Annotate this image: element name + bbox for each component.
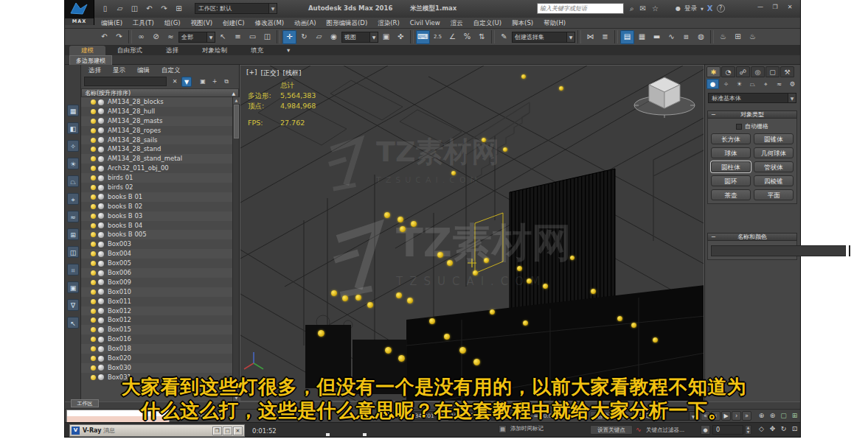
light-bulb-icon[interactable] <box>91 119 96 124</box>
helpers-icon[interactable]: ⌖ <box>760 79 772 89</box>
geometry-sphere-icon[interactable] <box>98 346 104 352</box>
menu-item[interactable]: 自定义(U) <box>468 18 507 28</box>
geometry-sphere-icon[interactable] <box>98 156 104 162</box>
menu-item[interactable]: 动画(A) <box>289 18 321 28</box>
tab-display-icon[interactable]: ▢ <box>765 66 780 77</box>
primitive-button-四棱锥[interactable]: 四棱锥 <box>754 175 794 186</box>
frame-spinner[interactable]: ▲▼ <box>745 425 751 435</box>
explorer-display-geometry-icon[interactable]: ◧ <box>67 122 79 134</box>
tab-create-icon[interactable]: ✱ <box>706 66 721 77</box>
vray-restore-button[interactable]: ❐ <box>212 427 222 435</box>
light-bulb-icon[interactable] <box>91 204 96 209</box>
viewport-menu-pov[interactable]: [正交] <box>261 69 280 78</box>
explorer-select-icon[interactable]: ↖ <box>67 317 79 329</box>
explorer-menu-自定义[interactable]: 自定义 <box>156 65 187 75</box>
minimize-button[interactable]: — <box>754 2 766 13</box>
rendered-frame-icon[interactable]: ⊞ <box>731 30 745 44</box>
geometry-sphere-icon[interactable] <box>98 308 104 314</box>
render-setup-icon[interactable]: ♨ <box>716 30 730 44</box>
photometric-light-icon[interactable] <box>429 318 435 324</box>
primitive-button-圆锥体[interactable]: 圆锥体 <box>754 133 794 144</box>
favorites-icon[interactable]: ☆ <box>652 4 659 13</box>
photometric-light-icon[interactable] <box>570 256 574 260</box>
menu-item[interactable]: 编辑(E) <box>96 18 128 28</box>
menu-item[interactable]: 脚本(S) <box>507 18 538 28</box>
geometry-sphere-icon[interactable] <box>98 175 104 181</box>
geometry-sphere-icon[interactable] <box>98 261 104 267</box>
menu-item[interactable]: Civil View <box>405 18 445 28</box>
tab-motion-icon[interactable]: ◎ <box>751 66 765 77</box>
explorer-display-spacewarps-icon[interactable]: ≈ <box>67 211 79 222</box>
explorer-display-groups-icon[interactable]: ⊞ <box>67 228 79 240</box>
autogrid-checkbox[interactable] <box>736 124 742 130</box>
explorer-display-lights-icon[interactable]: ☀ <box>67 158 79 169</box>
selection-filter-dropdown[interactable]: 全部▼ <box>178 32 215 43</box>
geometry-sphere-icon[interactable] <box>98 203 104 209</box>
light-bulb-icon[interactable] <box>91 299 96 304</box>
edit-selection-sets-icon[interactable]: ✎ <box>497 30 511 44</box>
shapes-icon[interactable]: ✧ <box>720 79 732 89</box>
photometric-light-icon[interactable] <box>473 359 480 365</box>
list-item[interactable]: AM134_28_hull <box>81 107 233 116</box>
lock-explorer-icon[interactable]: ▣ <box>198 77 208 87</box>
photometric-light-icon[interactable] <box>447 260 453 266</box>
photometric-light-icon[interactable] <box>318 330 324 337</box>
exchange-store-icon[interactable]: X <box>707 4 713 13</box>
geometry-sphere-icon[interactable] <box>98 99 104 105</box>
geometry-sphere-icon[interactable] <box>98 327 104 333</box>
light-bulb-icon[interactable] <box>91 346 96 351</box>
photometric-light-icon[interactable] <box>591 289 596 294</box>
primitive-category-dropdown[interactable]: 标准基本体 ▼ <box>708 93 796 103</box>
list-item[interactable]: birds 02 <box>81 183 233 192</box>
angle-snap-icon[interactable]: ∠ <box>445 30 459 44</box>
redo-icon[interactable]: ↷ <box>112 30 126 44</box>
sync-selection-icon[interactable]: ⧉ <box>221 77 232 87</box>
ribbon-tab-自由形式[interactable]: 自由形式 <box>105 46 154 55</box>
photometric-light-icon[interactable] <box>527 278 532 284</box>
list-item[interactable]: books B 04 <box>81 221 233 231</box>
explorer-menu-编辑[interactable]: 编辑 <box>131 65 156 75</box>
geometry-sphere-icon[interactable] <box>98 108 104 114</box>
light-bulb-icon[interactable] <box>91 261 96 266</box>
list-item[interactable]: books B 01 <box>81 192 233 202</box>
select-rotate-icon[interactable]: ↻ <box>297 30 311 44</box>
ribbon-toggle-icon[interactable]: ▬ <box>650 30 664 44</box>
geometry-sphere-icon[interactable] <box>98 298 104 304</box>
open-file-icon[interactable]: ▱ <box>114 2 126 15</box>
list-item[interactable]: Arch32_011_obj_00 <box>81 164 233 173</box>
object-name-field[interactable] <box>711 245 846 256</box>
spinner-snap-icon[interactable]: ⇅ <box>475 30 489 44</box>
photometric-light-icon[interactable] <box>400 226 406 232</box>
percent-snap-icon[interactable]: % <box>460 30 474 44</box>
project-folder-icon[interactable]: ⊞ <box>173 2 185 15</box>
light-bulb-icon[interactable] <box>91 232 96 237</box>
list-item[interactable]: books B 005 <box>81 230 233 239</box>
list-item[interactable]: Box020 <box>81 354 233 363</box>
photometric-light-icon[interactable] <box>484 258 489 263</box>
restore-button[interactable]: ❐ <box>769 2 781 13</box>
light-bulb-icon[interactable] <box>91 356 96 361</box>
workspace-dropdown[interactable]: 工作区: 默认 ▼ <box>195 3 277 14</box>
open-listener-icon[interactable]: ▤ <box>499 425 507 433</box>
systems-icon[interactable]: ⚙ <box>786 79 799 89</box>
menu-item[interactable]: 图形编辑器(D) <box>322 18 373 28</box>
application-menu-button[interactable]: MAX <box>65 0 94 25</box>
menu-item[interactable]: 帮助(H) <box>538 18 571 28</box>
list-item[interactable]: Box003 <box>81 239 233 249</box>
window-crossing-icon[interactable]: ◫ <box>260 30 274 44</box>
explorer-display-containers-icon[interactable]: ▣ <box>67 281 79 293</box>
primitive-button-平面[interactable]: 平面 <box>754 189 794 200</box>
light-bulb-icon[interactable] <box>91 242 96 247</box>
layer-explorer-toggle-icon[interactable]: ▦ <box>635 30 649 44</box>
save-file-icon[interactable]: ◫ <box>128 2 141 15</box>
ribbon-tab-对象绘制[interactable]: 对象绘制 <box>190 46 239 55</box>
menu-item[interactable]: 渲染(R) <box>372 18 405 28</box>
geometry-sphere-icon[interactable] <box>98 289 104 295</box>
add-time-tag-button[interactable]: 添加时间标记 <box>510 425 544 432</box>
object-type-rollout-header[interactable]: − 对象类型 <box>707 110 797 119</box>
list-item[interactable]: Box016 <box>81 334 233 344</box>
light-bulb-icon[interactable] <box>91 223 96 228</box>
pan-icon[interactable]: ✥ <box>768 424 777 434</box>
primitive-button-管状体[interactable]: 管状体 <box>754 161 794 172</box>
viewport-menu-general[interactable]: [+] <box>246 69 257 78</box>
